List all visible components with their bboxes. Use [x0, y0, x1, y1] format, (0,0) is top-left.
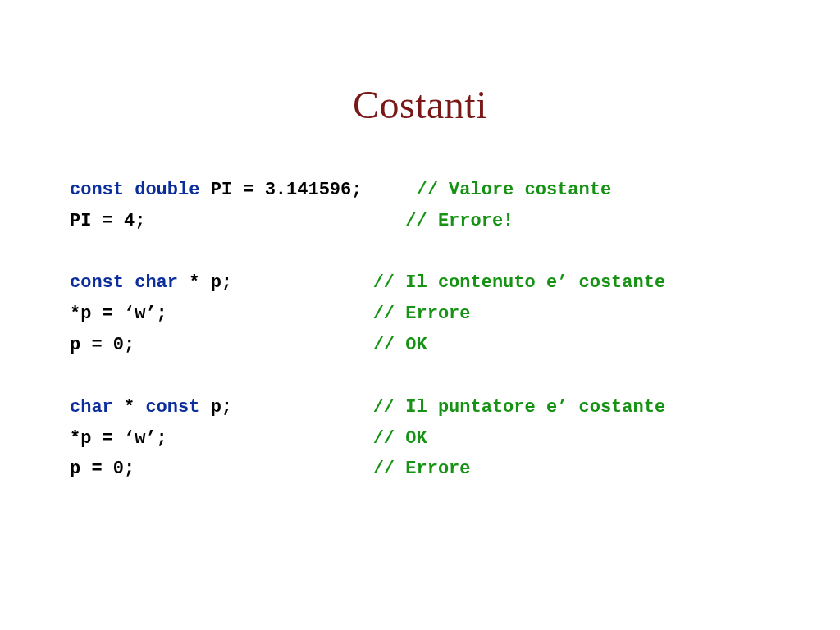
- slide: Costanti const double PI = 3.141596; // …: [0, 82, 840, 630]
- code-text: * p;: [178, 272, 373, 293]
- code-text: *p = ‘w’;: [70, 428, 373, 449]
- comment: // Errore: [373, 304, 471, 324]
- code-text: p;: [199, 397, 372, 418]
- keyword: const: [145, 397, 199, 418]
- comment: // OK: [373, 335, 427, 355]
- slide-title: Costanti: [70, 82, 770, 127]
- comment: // Valore costante: [416, 180, 611, 200]
- code-text: p = 0;: [70, 335, 373, 355]
- keyword: char: [70, 397, 113, 418]
- comment: // Il contenuto e’ costante: [373, 272, 665, 293]
- comment: // Il puntatore e’ costante: [373, 397, 665, 418]
- code-text: PI = 4;: [70, 211, 405, 231]
- code-block: const double PI = 3.141596; // Valore co…: [70, 175, 770, 485]
- keyword: const double: [70, 180, 199, 200]
- comment: // Errore: [373, 459, 471, 479]
- code-text: *p = ‘w’;: [70, 304, 373, 324]
- code-text: PI = 3.141596;: [199, 180, 416, 200]
- code-text: p = 0;: [70, 459, 373, 479]
- comment: // Errore!: [405, 211, 514, 231]
- comment: // OK: [373, 428, 427, 449]
- code-text: *: [113, 397, 146, 418]
- keyword: const char: [70, 272, 178, 293]
